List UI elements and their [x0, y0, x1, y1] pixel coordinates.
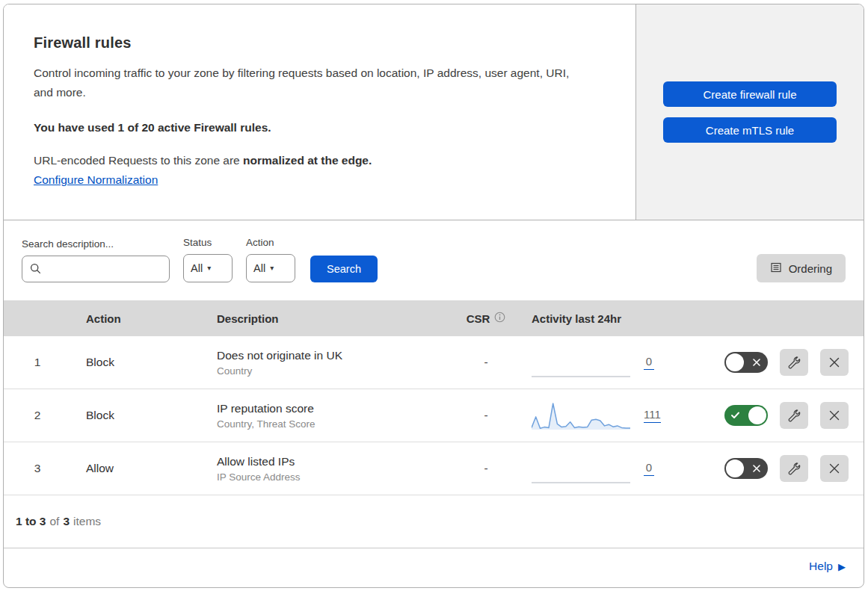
status-group: Status All ▾: [183, 237, 233, 282]
chevron-down-icon: ▾: [207, 264, 211, 272]
activity-count-link[interactable]: 0: [644, 355, 654, 370]
firewall-rules-card: Firewall rules Control incoming traffic …: [3, 4, 864, 588]
page-title: Firewall rules: [34, 34, 606, 52]
delete-rule-button[interactable]: [820, 402, 849, 429]
rule-description: Does not originate in UK: [217, 349, 445, 362]
actions-panel: Create firewall rule Create mTLS rule: [636, 4, 864, 220]
check-icon: [731, 412, 739, 419]
rule-enabled-toggle[interactable]: [724, 405, 768, 426]
rule-csr-value: -: [445, 462, 527, 475]
close-icon: [829, 463, 840, 474]
rule-fields: Country, Threat Score: [217, 418, 445, 430]
action-column-header: Action: [71, 312, 217, 325]
footer-total: 3: [63, 515, 70, 528]
rule-fields: Country: [217, 365, 445, 377]
x-icon: [753, 359, 760, 366]
toggle-knob: [748, 406, 766, 424]
page-description: Control incoming traffic to your zone by…: [34, 64, 578, 102]
help-arrow-icon[interactable]: ▶: [838, 562, 846, 572]
table-row: 3 Allow Allow listed IPs IP Source Addre…: [4, 442, 864, 495]
table-footer: 1 to 3 of 3 items: [4, 495, 864, 548]
rule-controls: [699, 402, 864, 429]
action-dropdown[interactable]: All ▾: [246, 254, 295, 282]
action-group: Action All ▾: [246, 237, 295, 282]
rule-action: Block: [71, 409, 217, 422]
edit-rule-button[interactable]: [780, 455, 808, 482]
rule-description-cell: IP reputation score Country, Threat Scor…: [217, 402, 445, 430]
chevron-down-icon: ▾: [270, 264, 274, 272]
close-icon: [829, 410, 840, 421]
usage-note: You have used 1 of 20 active Firewall ru…: [34, 121, 606, 134]
ordering-button-label: Ordering: [789, 262, 832, 275]
rule-enabled-toggle[interactable]: [724, 458, 768, 479]
action-dropdown-value: All: [253, 262, 265, 274]
status-dropdown[interactable]: All ▾: [183, 254, 233, 282]
rule-description: Allow listed IPs: [217, 455, 445, 468]
status-label: Status: [183, 237, 233, 248]
table-row: 1 Block Does not originate in UK Country…: [4, 336, 864, 389]
edit-rule-button[interactable]: [780, 349, 808, 376]
action-label: Action: [246, 237, 295, 248]
create-mtls-rule-button[interactable]: Create mTLS rule: [663, 117, 837, 143]
rule-description-cell: Allow listed IPs IP Source Address: [217, 455, 445, 483]
ordering-button[interactable]: Ordering: [757, 254, 846, 282]
rule-description: IP reputation score: [217, 402, 445, 415]
search-label: Search description...: [22, 238, 170, 250]
description-column-header: Description: [217, 312, 445, 325]
delete-rule-button[interactable]: [820, 349, 849, 376]
rule-action: Block: [71, 356, 217, 369]
create-firewall-rule-button[interactable]: Create firewall rule: [663, 81, 837, 107]
wrench-icon: [787, 356, 801, 369]
close-icon: [829, 357, 840, 368]
header-text-panel: Firewall rules Control incoming traffic …: [4, 4, 636, 220]
rule-enabled-toggle[interactable]: [724, 352, 768, 373]
activity-sparkline: [532, 452, 630, 485]
normalization-prefix: URL-encoded Requests to this zone are: [34, 154, 243, 167]
search-box: [22, 256, 170, 282]
activity-count-link[interactable]: 111: [644, 408, 661, 423]
search-button[interactable]: Search: [310, 256, 378, 282]
table-header-row: Action Description CSR Activity last 24h…: [4, 300, 864, 336]
help-bar: Help ▶: [4, 548, 864, 584]
footer-range: 1 to 3: [16, 515, 46, 528]
filter-bar: Search description... Status All ▾ Actio…: [4, 220, 864, 300]
rule-priority: 3: [4, 462, 71, 475]
edit-rule-button[interactable]: [780, 402, 808, 429]
footer-of: of: [49, 515, 59, 528]
activity-count-link[interactable]: 0: [644, 461, 654, 476]
search-description-input[interactable]: [22, 256, 170, 282]
table-row: 2 Block IP reputation score Country, Thr…: [4, 389, 864, 442]
normalization-note: URL-encoded Requests to this zone are no…: [34, 154, 606, 167]
rule-activity-cell: 0: [527, 452, 699, 485]
activity-sparkline: [532, 399, 630, 432]
rule-csr-value: -: [445, 409, 527, 422]
rule-description-cell: Does not originate in UK Country: [217, 349, 445, 377]
ordering-list-icon: [770, 262, 782, 276]
delete-rule-button[interactable]: [820, 455, 849, 482]
rule-activity-cell: 0: [527, 346, 699, 379]
x-icon: [753, 465, 760, 472]
rule-controls: [699, 455, 864, 482]
search-icon: [30, 263, 41, 277]
rule-controls: [699, 349, 864, 376]
normalization-bold: normalized at the edge.: [243, 154, 372, 167]
rule-priority: 1: [4, 356, 71, 369]
rule-action: Allow: [71, 462, 217, 475]
header-section: Firewall rules Control incoming traffic …: [4, 4, 864, 220]
table-body: 1 Block Does not originate in UK Country…: [4, 336, 864, 495]
info-icon[interactable]: [494, 312, 505, 325]
activity-sparkline: [532, 346, 630, 379]
wrench-icon: [787, 462, 801, 475]
help-link[interactable]: Help: [809, 560, 833, 573]
rule-activity-cell: 111: [527, 399, 699, 432]
csr-column-label: CSR: [467, 312, 490, 325]
rule-fields: IP Source Address: [217, 471, 445, 483]
status-dropdown-value: All: [191, 262, 203, 274]
csr-column-header: CSR: [445, 312, 527, 325]
toggle-knob: [726, 460, 744, 477]
footer-items: items: [73, 515, 101, 528]
rule-priority: 2: [4, 409, 71, 422]
toggle-knob: [726, 353, 744, 371]
wrench-icon: [787, 409, 801, 422]
configure-normalization-link[interactable]: Configure Normalization: [34, 173, 158, 186]
